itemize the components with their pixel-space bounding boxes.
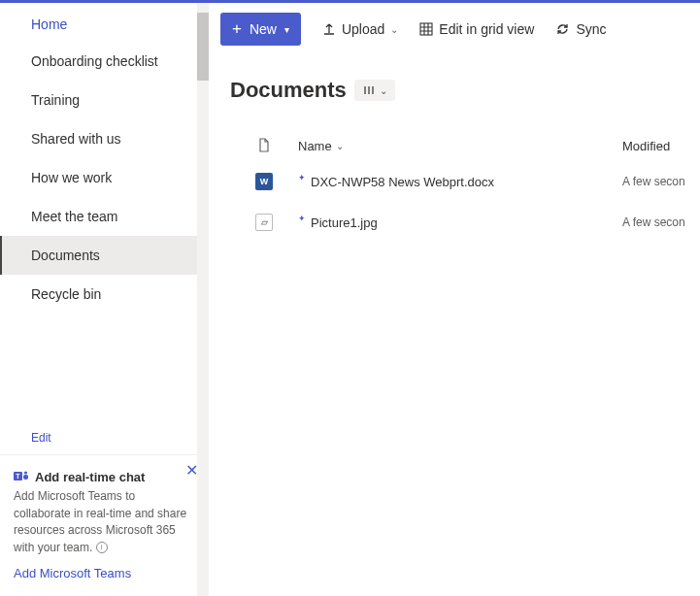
sync-icon [555,22,570,36]
edit-grid-button[interactable]: Edit in grid view [419,21,534,37]
sidebar-nav: HomeOnboarding checklistTrainingShared w… [0,3,209,417]
upload-icon [322,22,336,36]
info-icon[interactable]: i [96,542,108,553]
column-header-name[interactable]: Name ⌄ [298,139,622,153]
sidebar-item-meet-the-team[interactable]: Meet the team [0,197,209,236]
column-headers: Name ⌄ Modified [230,130,700,161]
column-header-modified[interactable]: Modified [622,139,700,153]
sidebar: HomeOnboarding checklistTrainingShared w… [0,3,209,596]
view-switcher[interactable]: ⌄ [354,80,395,101]
sync-label: Sync [576,21,606,37]
sidebar-item-onboarding-checklist[interactable]: Onboarding checklist [0,42,209,81]
svg-rect-4 [420,23,432,35]
page-title: Documents [230,78,347,103]
edit-grid-label: Edit in grid view [439,21,534,37]
sidebar-scrollbar-thumb[interactable] [197,13,209,81]
new-indicator-icon: ✦ [298,214,306,223]
table-row[interactable]: ▱✦Picture1.jpgA few secon [230,202,700,243]
chevron-down-icon: ⌄ [380,85,387,96]
svg-rect-3 [23,475,28,480]
column-header-icon[interactable] [230,138,298,153]
bars-icon [362,83,376,97]
sidebar-item-home[interactable]: Home [0,7,209,42]
sync-button[interactable]: Sync [555,21,606,37]
command-bar: + New ▾ Upload ⌄ Edit in grid view [209,3,700,56]
new-button[interactable]: + New ▾ [220,13,301,46]
sidebar-item-documents[interactable]: Documents [0,236,209,275]
chevron-down-icon: ▾ [284,24,289,35]
svg-text:T: T [16,473,20,480]
file-icon [257,138,271,153]
upload-button[interactable]: Upload ⌄ [322,21,398,37]
promo-title: Add real-time chat [35,470,145,484]
sidebar-item-recycle-bin[interactable]: Recycle bin [0,275,209,314]
chevron-down-icon: ⌄ [336,141,344,151]
sidebar-item-shared-with-us[interactable]: Shared with us [0,119,209,158]
upload-label: Upload [342,21,384,37]
sidebar-item-how-we-work[interactable]: How we work [0,158,209,197]
table-row[interactable]: W✦DXC-NWP58 News Webprt.docxA few secon [230,161,700,202]
modified-value: A few secon [622,175,700,188]
svg-point-2 [24,472,27,475]
modified-value: A few secon [622,215,700,229]
word-file-icon: W [255,173,273,190]
teams-icon: T [14,469,29,484]
sidebar-edit-link[interactable]: Edit [0,417,209,454]
add-teams-link[interactable]: Add Microsoft Teams [14,566,131,580]
file-name[interactable]: ✦Picture1.jpg [298,215,622,230]
image-file-icon: ▱ [255,214,273,231]
sidebar-scrollbar-track[interactable] [197,3,209,596]
file-name[interactable]: ✦DXC-NWP58 News Webprt.docx [298,175,622,189]
new-indicator-icon: ✦ [298,173,306,182]
promo-body: Add Microsoft Teams to collaborate in re… [14,488,195,556]
chevron-down-icon: ⌄ [390,24,398,35]
new-button-label: New [250,21,277,37]
teams-promo-card: ✕ T Add real-time chat Add Microsoft Tea… [0,454,209,596]
grid-icon [419,22,433,36]
sidebar-item-training[interactable]: Training [0,81,209,119]
main-area: + New ▾ Upload ⌄ Edit in grid view [209,3,700,596]
